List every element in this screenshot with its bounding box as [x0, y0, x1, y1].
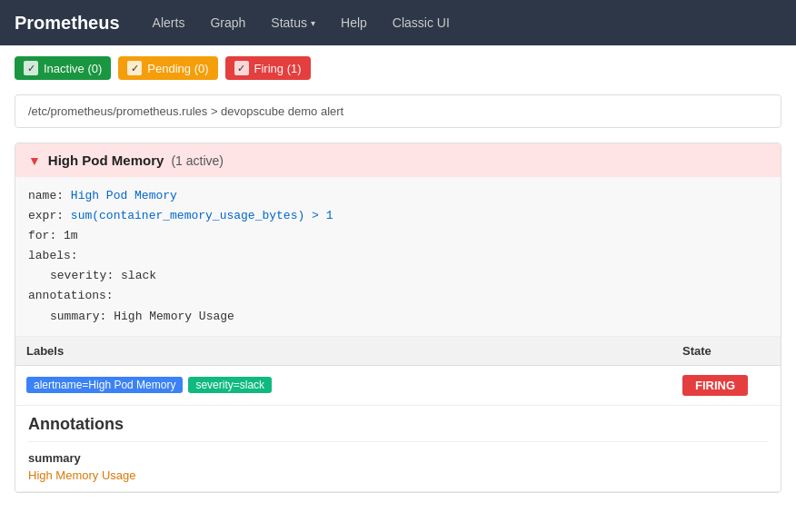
annotations-title: Annotations [28, 415, 768, 442]
annotation-item: summary High Memory Usage [28, 451, 768, 482]
check-icon: ✓ [127, 61, 142, 75]
navbar: Prometheus Alerts Graph Status ▾ Help Cl… [0, 0, 796, 45]
rule-severity-key: severity: [50, 269, 114, 282]
rule-for-label: for: [28, 229, 56, 242]
chevron-down-icon: ▼ [28, 153, 41, 168]
rule-annotations-label: annotations: [28, 289, 114, 302]
alert-group: ▼ High Pod Memory (1 active) name: High … [15, 143, 781, 493]
rule-expr-value: sum(container_memory_usage_bytes) > 1 [71, 209, 333, 222]
check-icon: ✓ [24, 61, 38, 75]
nav-classic-ui[interactable]: Classic UI [382, 10, 461, 35]
rule-labels-label: labels: [28, 249, 78, 262]
filter-pending-button[interactable]: ✓ Pending (0) [118, 56, 217, 80]
check-icon: ✓ [234, 61, 249, 75]
nav-links: Alerts Graph Status ▾ Help Classic UI [142, 10, 461, 35]
chevron-down-icon: ▾ [311, 18, 315, 28]
nav-help[interactable]: Help [330, 10, 378, 35]
table-row: alertname=High Pod Memory severity=slack… [15, 365, 781, 405]
label-badge-severity: severity=slack [188, 377, 272, 393]
alert-group-header[interactable]: ▼ High Pod Memory (1 active) [15, 143, 781, 177]
breadcrumb: /etc/prometheus/prometheus.rules > devop… [15, 94, 781, 128]
col-labels-header: Labels [15, 337, 672, 366]
alert-table: Labels State alertname=High Pod Memory s… [15, 337, 781, 492]
label-badge-alertname: alertname=High Pod Memory [26, 377, 183, 393]
filter-firing-button[interactable]: ✓ Firing (1) [225, 56, 311, 80]
annotation-key: summary [28, 451, 768, 465]
annotations-row: Annotations summary High Memory Usage [15, 405, 781, 491]
annotation-value: High Memory Usage [28, 468, 768, 482]
labels-cell: alertname=High Pod Memory severity=slack [15, 365, 672, 405]
filter-row: ✓ Inactive (0) ✓ Pending (0) ✓ Firing (1… [15, 56, 781, 80]
rule-for-value: 1m [64, 229, 78, 242]
alert-active-count: (1 active) [171, 153, 224, 168]
firing-badge: FIRING [682, 375, 748, 396]
col-state-header: State [672, 337, 781, 366]
rule-name-value: High Pod Memory [71, 189, 177, 202]
alert-group-name: High Pod Memory [48, 153, 164, 168]
state-cell: FIRING [672, 365, 781, 405]
filter-inactive-button[interactable]: ✓ Inactive (0) [15, 56, 111, 80]
rule-summary-key: summary: [50, 310, 106, 323]
rule-details: name: High Pod Memory expr: sum(containe… [15, 177, 781, 337]
nav-status[interactable]: Status ▾ [260, 10, 326, 35]
rule-summary-value: High Memory Usage [114, 310, 234, 323]
rule-expr-label: expr: [28, 209, 64, 222]
nav-alerts[interactable]: Alerts [142, 10, 196, 35]
rule-severity-value: slack [121, 269, 156, 282]
annotations-section: Annotations summary High Memory Usage [15, 406, 781, 491]
brand-logo: Prometheus [15, 13, 120, 34]
rule-name-label: name: [28, 189, 64, 202]
nav-graph[interactable]: Graph [199, 10, 256, 35]
main-content: ✓ Inactive (0) ✓ Pending (0) ✓ Firing (1… [0, 45, 796, 515]
